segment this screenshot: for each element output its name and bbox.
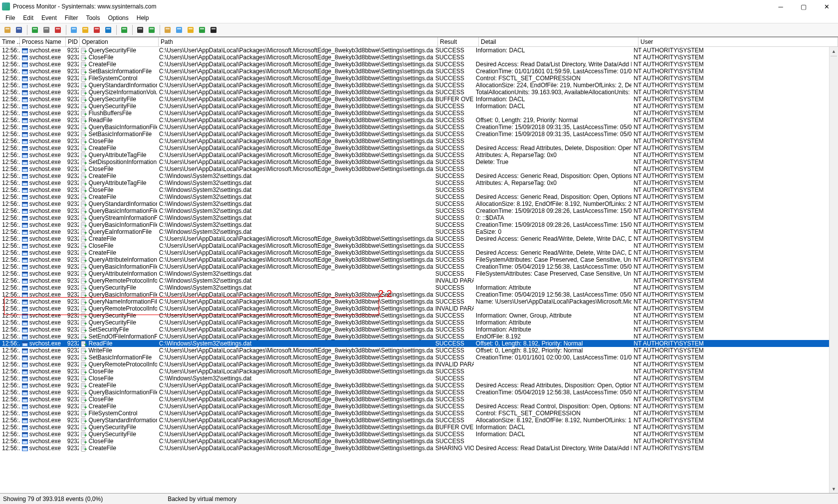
autoscroll-icon[interactable] [41, 24, 52, 35]
network-icon[interactable] [185, 24, 196, 35]
table-row[interactable]: 12:56:...svchost.exe9232QueryBasicInform… [0, 221, 829, 228]
table-row[interactable]: 12:56:...svchost.exe9232QueryAttributeIn… [0, 270, 829, 277]
menu-edit[interactable]: Edit [19, 14, 37, 22]
table-row[interactable]: 12:56:...svchost.exe9232QueryAttributeIn… [0, 256, 829, 263]
registry-icon[interactable] [162, 24, 173, 35]
tree-icon[interactable] [119, 24, 130, 35]
column-header-det[interactable]: Detail [479, 37, 638, 46]
open-icon[interactable] [2, 24, 13, 35]
table-row[interactable]: 12:56:...svchost.exe9232QuerySecurityFil… [0, 96, 829, 103]
table-row[interactable]: 12:56:...svchost.exe9232FileSystemContro… [0, 75, 829, 82]
profiling-icon[interactable] [208, 24, 219, 35]
process-icon [22, 446, 29, 452]
save-icon[interactable] [13, 24, 24, 35]
scroll-down-button[interactable]: ▼ [830, 485, 838, 493]
table-row[interactable]: 12:56:...svchost.exe9232QueryStandardInf… [0, 417, 829, 424]
table-row[interactable]: 12:56:...svchost.exe9232QueryBasicInform… [0, 207, 829, 214]
table-row[interactable]: 12:56:...svchost.exe9232CreateFileC:\Win… [0, 172, 829, 179]
table-row[interactable]: 12:56:...svchost.exe9232WriteFileC:\User… [0, 347, 829, 354]
table-row[interactable]: 12:56:...svchost.exe9232ReadFileC:\Users… [0, 117, 829, 124]
table-row[interactable]: 12:56:...svchost.exe9232SetBasicInformat… [0, 68, 829, 75]
table-row[interactable]: 12:56:...svchost.exe9232CreateFileC:\Win… [0, 193, 829, 200]
table-row[interactable]: 12:56:...svchost.exe9232ReadFileC:\Windo… [0, 340, 829, 347]
table-row[interactable]: 12:56:...svchost.exe9232QuerySecurityFil… [0, 47, 829, 54]
table-row[interactable]: 12:56:...svchost.exe9232QueryAttributeTa… [0, 179, 829, 186]
table-row[interactable]: 12:56:...svchost.exe9232QueryBasicInform… [0, 389, 829, 396]
capture-icon[interactable] [29, 24, 40, 35]
table-row[interactable]: 12:56:...svchost.exe9232QueryNameInforma… [0, 298, 829, 305]
menu-event[interactable]: Event [38, 14, 60, 22]
menu-filter[interactable]: Filter [61, 14, 82, 22]
table-row[interactable]: 12:56:...svchost.exe9232SetBasicInformat… [0, 354, 829, 361]
table-row[interactable]: 12:56:...svchost.exe9232QueryStandardInf… [0, 200, 829, 207]
table-row[interactable]: 12:56:...svchost.exe9232QueryRemoteProto… [0, 361, 829, 368]
scroll-up-button[interactable]: ▲ [830, 47, 838, 55]
table-row[interactable]: 12:56:...svchost.exe9232CloseFileC:\User… [0, 242, 829, 249]
highlight-icon[interactable] [80, 24, 91, 35]
menu-help[interactable]: Help [133, 14, 153, 22]
vertical-scrollbar[interactable]: ▲ ▼ [829, 47, 838, 493]
grid-rows[interactable]: 12:56:...svchost.exe9232QuerySecurityFil… [0, 47, 829, 493]
table-row[interactable]: 12:56:...svchost.exe9232CloseFileC:\User… [0, 368, 829, 375]
table-row[interactable]: 12:56:...svchost.exe9232CreateFileC:\Use… [0, 445, 829, 452]
table-row[interactable]: 12:56:...svchost.exe9232QueryBasicInform… [0, 124, 829, 131]
table-row[interactable]: 12:56:...svchost.exe9232QuerySecurityFil… [0, 312, 829, 319]
table-row[interactable]: 12:56:...svchost.exe9232CreateFileC:\Use… [0, 61, 829, 68]
maximize-button[interactable]: ▢ [792, 0, 815, 13]
table-row[interactable]: 12:56:...svchost.exe9232CreateFileC:\Use… [0, 249, 829, 256]
table-row[interactable]: 12:56:...svchost.exe9232FileSystemContro… [0, 410, 829, 417]
table-row[interactable]: 12:56:...svchost.exe9232QuerySecurityFil… [0, 424, 829, 431]
table-row[interactable]: 12:56:...svchost.exe9232CloseFileC:\User… [0, 138, 829, 145]
column-header-path[interactable]: Path [159, 37, 438, 46]
table-row[interactable]: 12:56:...svchost.exe9232QueryStandardInf… [0, 82, 829, 89]
table-row[interactable]: 12:56:...svchost.exe9232QuerySecurityFil… [0, 284, 829, 291]
table-row[interactable]: 12:56:...svchost.exe9232CloseFileC:\Wind… [0, 186, 829, 193]
column-header-user[interactable]: User [638, 37, 838, 46]
filesystem-icon[interactable] [174, 24, 185, 35]
table-row[interactable]: 12:56:...svchost.exe9232QuerySecurityFil… [0, 103, 829, 110]
column-header-pid[interactable]: PID [66, 37, 80, 46]
table-row[interactable]: 12:56:...svchost.exe9232CreateFileC:\Use… [0, 382, 829, 389]
table-row[interactable]: 12:56:...svchost.exe9232CloseFileC:\User… [0, 396, 829, 403]
table-row[interactable]: 12:56:...svchost.exe9232SetEndOfFileInfo… [0, 333, 829, 340]
table-row[interactable]: 12:56:...svchost.exe9232QueryAttributeTa… [0, 152, 829, 159]
table-row[interactable]: 12:56:...svchost.exe9232CloseFileC:\User… [0, 438, 829, 445]
table-row[interactable]: 12:56:...svchost.exe9232QuerySecurityFil… [0, 431, 829, 438]
column-header-res[interactable]: Result [438, 37, 479, 46]
minimize-button[interactable]: ─ [769, 0, 792, 13]
table-row[interactable]: 12:56:...svchost.exe9232SetDispositionIn… [0, 159, 829, 166]
grid-header[interactable]: Time ...Process NamePIDOperationPathResu… [0, 37, 838, 47]
menu-options[interactable]: Options [104, 14, 132, 22]
bookmark-icon[interactable] [103, 24, 114, 35]
close-button[interactable]: ✕ [815, 0, 838, 13]
column-header-proc[interactable]: Process Name [20, 37, 66, 46]
filter-icon[interactable] [68, 24, 79, 35]
jump-icon[interactable] [146, 24, 157, 35]
process-icon[interactable] [197, 24, 208, 35]
table-row[interactable]: 12:56:...svchost.exe9232QueryBasicInform… [0, 291, 829, 298]
scroll-thumb[interactable] [831, 56, 837, 56]
clear-icon[interactable] [52, 24, 63, 35]
table-row[interactable]: 12:56:...svchost.exe9232SetBasicInformat… [0, 131, 829, 138]
table-row[interactable]: 12:56:...svchost.exe9232QueryEaInformati… [0, 228, 829, 235]
menu-file[interactable]: File [2, 14, 18, 22]
table-row[interactable]: 12:56:...svchost.exe9232CloseFileC:\Wind… [0, 375, 829, 382]
table-row[interactable]: 12:56:...svchost.exe9232QueryStreamInfor… [0, 214, 829, 221]
include-icon[interactable] [91, 24, 102, 35]
table-row[interactable]: 12:56:...svchost.exe9232QuerySecurityFil… [0, 319, 829, 326]
table-row[interactable]: 12:56:...svchost.exe9232CloseFileC:\User… [0, 54, 829, 61]
column-header-op[interactable]: Operation [80, 37, 159, 46]
menu-tools[interactable]: Tools [82, 14, 103, 22]
table-row[interactable]: 12:56:...svchost.exe9232QueryRemoteProto… [0, 305, 829, 312]
table-row[interactable]: 12:56:...svchost.exe9232QueryBasicInform… [0, 263, 829, 270]
table-row[interactable]: 12:56:...svchost.exe9232FlushBuffersFile… [0, 110, 829, 117]
table-row[interactable]: 12:56:...svchost.exe9232QueryRemoteProto… [0, 277, 829, 284]
table-row[interactable]: 12:56:...svchost.exe9232CreateFileC:\Use… [0, 145, 829, 152]
find-icon[interactable] [135, 24, 146, 35]
column-header-time[interactable]: Time ... [0, 37, 20, 46]
table-row[interactable]: 12:56:...svchost.exe9232QuerySizeInforma… [0, 89, 829, 96]
table-row[interactable]: 12:56:...svchost.exe9232SetSecurityFileC… [0, 326, 829, 333]
table-row[interactable]: 12:56:...svchost.exe9232CloseFileC:\User… [0, 166, 829, 172]
table-row[interactable]: 12:56:...svchost.exe9232CreateFileC:\Use… [0, 235, 829, 242]
table-row[interactable]: 12:56:...svchost.exe9232CreateFileC:\Use… [0, 403, 829, 410]
